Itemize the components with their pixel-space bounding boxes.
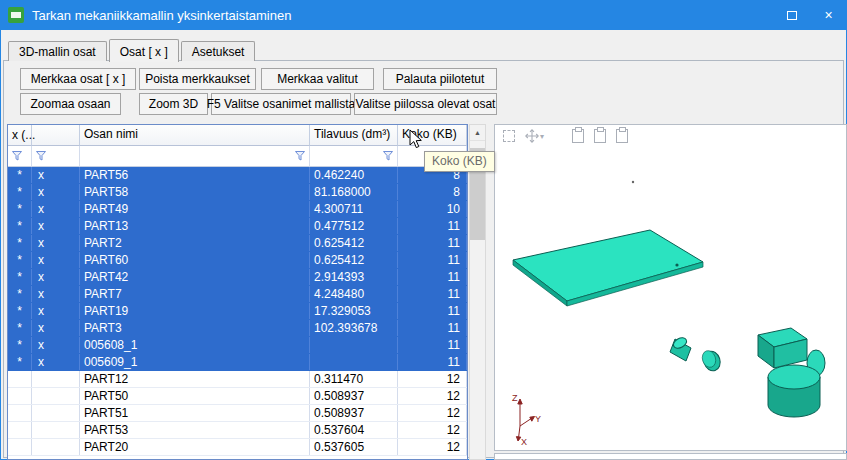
table-row[interactable]: *xPART494.30071110 xyxy=(8,201,467,218)
column-header-osan-nimi[interactable]: Osan nimi xyxy=(80,125,310,146)
cell-star[interactable]: * xyxy=(8,184,32,200)
cell-size[interactable]: 12 xyxy=(398,422,467,438)
cell-name[interactable]: PART53 xyxy=(80,422,310,438)
cell-x[interactable] xyxy=(32,371,80,387)
cell-x[interactable]: x xyxy=(32,252,80,268)
cell-star[interactable] xyxy=(8,371,32,387)
column-header-x[interactable] xyxy=(32,125,80,146)
poista-merkkaukset-button[interactable]: Poista merkkaukset xyxy=(139,68,256,90)
cell-x[interactable]: x xyxy=(32,337,80,353)
filter-icon[interactable] xyxy=(11,150,23,165)
cell-name[interactable]: PART2 xyxy=(80,235,310,251)
table-row[interactable]: PART120.31147012 xyxy=(8,371,467,388)
column-header-tilavuus[interactable]: Tilavuus (dm³) xyxy=(310,125,398,146)
table-row[interactable]: *xPART560.4622408 xyxy=(8,167,467,184)
merkkaa-valitut-button[interactable]: Merkkaa valitut xyxy=(261,68,374,90)
cell-x[interactable]: x xyxy=(32,167,80,183)
valitse-piilossa-button[interactable]: Valitse piilossa olevat osat xyxy=(354,93,497,115)
cell-x[interactable]: x xyxy=(32,218,80,234)
cell-star[interactable]: * xyxy=(8,252,32,268)
cell-size[interactable]: 12 xyxy=(398,371,467,387)
3d-viewport[interactable]: ▾ Z Y X xyxy=(494,124,847,451)
clipboard-snapshot-icon[interactable] xyxy=(616,129,628,143)
cell-x[interactable] xyxy=(32,405,80,421)
cell-volume[interactable]: 0.462240 xyxy=(310,167,398,183)
cell-x[interactable] xyxy=(32,388,80,404)
cell-size[interactable]: 11 xyxy=(398,235,467,251)
merkkaa-osat-button[interactable]: Merkkaa osat [ x ] xyxy=(20,68,136,90)
cell-volume[interactable]: 0.477512 xyxy=(310,218,398,234)
cell-volume[interactable]: 4.300711 xyxy=(310,201,398,217)
table-row[interactable]: PART200.53760512 xyxy=(8,439,467,456)
cell-star[interactable]: * xyxy=(8,269,32,285)
tab-3d-mallin-osat[interactable]: 3D-mallin osat xyxy=(8,41,107,61)
cell-x[interactable] xyxy=(32,439,80,455)
cell-volume[interactable]: 0.537604 xyxy=(310,422,398,438)
cell-star[interactable]: * xyxy=(8,286,32,302)
cell-volume[interactable]: 0.311470 xyxy=(310,371,398,387)
cell-name[interactable]: PART42 xyxy=(80,269,310,285)
cell-volume[interactable]: 0.537605 xyxy=(310,439,398,455)
cell-star[interactable]: * xyxy=(8,337,32,353)
table-row[interactable]: *xPART600.62541211 xyxy=(8,252,467,269)
table-row[interactable]: *xPART5881.1680008 xyxy=(8,184,467,201)
table-row[interactable]: *xPART422.91439311 xyxy=(8,269,467,286)
cell-x[interactable]: x xyxy=(32,269,80,285)
filter-icon[interactable] xyxy=(382,150,394,165)
cell-volume[interactable]: 0.625412 xyxy=(310,235,398,251)
cell-size[interactable]: 12 xyxy=(398,439,467,455)
scroll-up-button[interactable]: ▲ xyxy=(470,125,485,141)
cell-star[interactable] xyxy=(8,439,32,455)
cell-star[interactable]: * xyxy=(8,320,32,336)
cell-name[interactable]: PART3 xyxy=(80,320,310,336)
cell-name[interactable]: PART60 xyxy=(80,252,310,268)
table-row[interactable]: *x005609_111 xyxy=(8,354,467,371)
cell-x[interactable]: x xyxy=(32,286,80,302)
cell-volume[interactable]: 81.168000 xyxy=(310,184,398,200)
cell-size[interactable]: 11 xyxy=(398,337,467,353)
zoomaa-osaan-button[interactable]: Zoomaa osaan xyxy=(20,93,121,115)
table-row[interactable]: *xPART20.62541211 xyxy=(8,235,467,252)
model-canvas[interactable]: Z Y X xyxy=(495,125,846,450)
cell-volume[interactable]: 0.508937 xyxy=(310,388,398,404)
cell-volume[interactable]: 102.393678 xyxy=(310,320,398,336)
cell-x[interactable]: x xyxy=(32,303,80,319)
cell-name[interactable]: PART58 xyxy=(80,184,310,200)
cell-size[interactable]: 11 xyxy=(398,252,467,268)
cell-volume[interactable]: 2.914393 xyxy=(310,269,398,285)
cell-name[interactable]: PART51 xyxy=(80,405,310,421)
cell-star[interactable] xyxy=(8,422,32,438)
palauta-piilotetut-button[interactable]: Palauta piilotetut xyxy=(383,68,497,90)
cell-size[interactable]: 12 xyxy=(398,388,467,404)
table-row[interactable]: PART500.50893712 xyxy=(8,388,467,405)
table-scrollbar[interactable]: ▲ xyxy=(469,124,486,460)
cell-star[interactable]: * xyxy=(8,201,32,217)
cell-name[interactable]: PART50 xyxy=(80,388,310,404)
table-row[interactable]: *x005608_111 xyxy=(8,337,467,354)
maximize-button[interactable] xyxy=(773,0,810,30)
cell-name[interactable]: PART13 xyxy=(80,218,310,234)
cell-size[interactable]: 11 xyxy=(398,218,467,234)
cell-star[interactable]: * xyxy=(8,235,32,251)
cell-volume[interactable]: 0.508937 xyxy=(310,405,398,421)
cell-name[interactable]: PART56 xyxy=(80,167,310,183)
cell-volume[interactable]: 0.625412 xyxy=(310,252,398,268)
cell-size[interactable]: 11 xyxy=(398,320,467,336)
cell-volume[interactable]: 4.248480 xyxy=(310,286,398,302)
cell-x[interactable]: x xyxy=(32,201,80,217)
cell-size[interactable]: 11 xyxy=(398,354,467,370)
table-row[interactable]: PART530.53760412 xyxy=(8,422,467,439)
cell-name[interactable]: 005609_1 xyxy=(80,354,310,370)
clipboard-copy-icon[interactable] xyxy=(572,129,584,143)
filter-icon[interactable] xyxy=(294,150,306,165)
cell-star[interactable]: * xyxy=(8,167,32,183)
cell-name[interactable]: PART12 xyxy=(80,371,310,387)
cell-star[interactable] xyxy=(8,405,32,421)
cell-name[interactable]: 005608_1 xyxy=(80,337,310,353)
table-row[interactable]: *xPART130.47751211 xyxy=(8,218,467,235)
clipboard-paste-icon[interactable] xyxy=(594,129,606,143)
cell-volume[interactable] xyxy=(310,354,398,370)
tab-asetukset[interactable]: Asetukset xyxy=(181,41,256,61)
table-row[interactable]: *xPART74.24848011 xyxy=(8,286,467,303)
cell-volume[interactable] xyxy=(310,337,398,353)
